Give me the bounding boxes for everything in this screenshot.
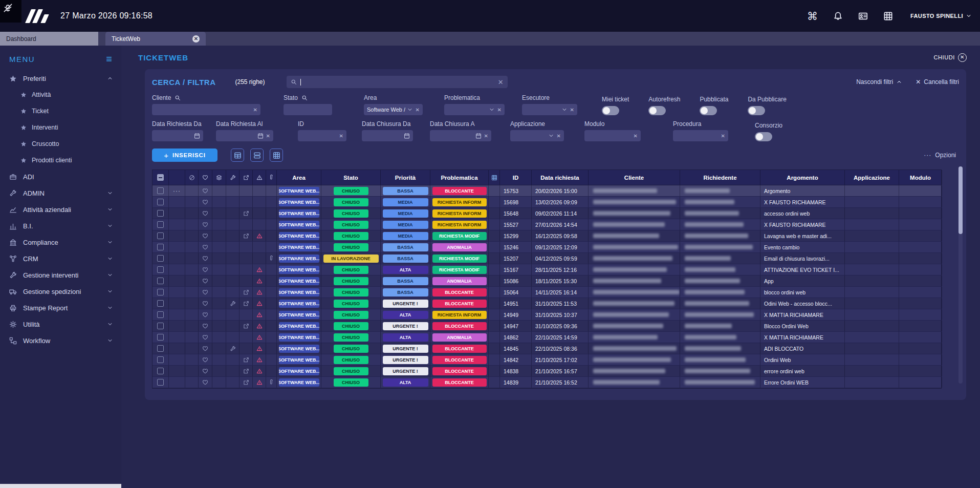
- table-row[interactable]: SOFTWARE WEB...CHIUSOBASSAANOMALIA152460…: [153, 242, 941, 253]
- row-flag-warn[interactable]: [253, 287, 266, 298]
- row-flag-heart[interactable]: [199, 197, 212, 207]
- sidebar-item-interventi[interactable]: Interventi: [0, 119, 121, 136]
- row-flag-heart[interactable]: [199, 230, 212, 241]
- opzioni-button[interactable]: ··· Opzioni: [924, 152, 956, 159]
- filter-input-data-chiusura-a[interactable]: ✕: [430, 130, 491, 141]
- row-actions[interactable]: [169, 377, 185, 388]
- table-scrollbar[interactable]: [959, 166, 963, 384]
- sidebar-item-utilit-[interactable]: Utilità: [0, 316, 121, 332]
- view-cards-button[interactable]: [250, 148, 264, 162]
- clear-field-icon[interactable]: ✕: [721, 133, 725, 139]
- row-flag-warn[interactable]: [253, 343, 266, 354]
- sidebar-item-gestione-interventi[interactable]: Gestione interventi: [0, 267, 121, 283]
- select-all-checkbox[interactable]: [153, 170, 169, 185]
- col-ban-header[interactable]: [185, 170, 199, 185]
- tab-ticketweb[interactable]: TicketWeb ✕: [105, 32, 206, 46]
- row-checkbox[interactable]: [153, 377, 169, 388]
- row-actions[interactable]: ···: [169, 185, 185, 196]
- row-checkbox[interactable]: [153, 242, 169, 252]
- table-row[interactable]: ···SOFTWARE WEB...CHIUSOBASSABLOCCANTE15…: [153, 185, 941, 197]
- row-flag-wrench[interactable]: [226, 298, 239, 309]
- row-flag-wrench[interactable]: [226, 343, 239, 354]
- row-actions[interactable]: [169, 343, 185, 354]
- row-checkbox[interactable]: [153, 287, 169, 298]
- col-layers-header[interactable]: [212, 170, 226, 185]
- row-checkbox[interactable]: [153, 219, 169, 230]
- row-flag-heart[interactable]: [199, 377, 212, 388]
- table-row[interactable]: SOFTWARE WEB...CHIUSOBASSABLOCCANTE15064…: [153, 287, 941, 298]
- row-actions[interactable]: [169, 242, 185, 252]
- row-flag-extlink[interactable]: [239, 298, 253, 309]
- row-flag-warn[interactable]: [253, 298, 266, 309]
- sidebar-item-ticket[interactable]: Ticket: [0, 103, 121, 119]
- row-actions[interactable]: [169, 230, 185, 241]
- calendar-grid-icon[interactable]: [883, 11, 893, 21]
- row-checkbox[interactable]: [153, 185, 169, 196]
- close-page-button[interactable]: CHIUDI ✕: [934, 53, 967, 62]
- row-actions[interactable]: [169, 354, 185, 365]
- tab-close-icon[interactable]: ✕: [192, 35, 200, 43]
- row-flag-clip[interactable]: [266, 377, 277, 388]
- clear-field-icon[interactable]: ✕: [570, 107, 574, 113]
- toggle-switch[interactable]: [755, 132, 772, 141]
- row-actions[interactable]: [169, 332, 185, 343]
- filter-input-area[interactable]: Software Web /✕: [364, 104, 423, 115]
- filter-input-id[interactable]: ✕: [298, 130, 346, 141]
- toggle-switch[interactable]: [648, 106, 666, 115]
- row-flag-heart[interactable]: [199, 242, 212, 252]
- filter-input-stato[interactable]: [284, 104, 332, 115]
- col-extlink-header[interactable]: [239, 170, 253, 185]
- filter-input-procedura[interactable]: ✕: [673, 130, 728, 141]
- table-row[interactable]: SOFTWARE WEB...CHIUSOURGENTE !BLOCCANTE1…: [153, 354, 941, 366]
- table-row[interactable]: SOFTWARE WEB...CHIUSOMEDIARICHIESTA INFO…: [153, 197, 941, 208]
- row-flag-heart[interactable]: [199, 321, 212, 331]
- scrollbar-thumb[interactable]: [959, 166, 963, 234]
- row-flag-heart[interactable]: [199, 264, 212, 275]
- view-table-button[interactable]: [231, 148, 244, 162]
- col-problematica-icon-header[interactable]: [489, 170, 500, 185]
- contact-card-icon[interactable]: [858, 11, 868, 21]
- row-checkbox[interactable]: [153, 230, 169, 241]
- row-flag-warn[interactable]: [253, 275, 266, 286]
- filter-input-cliente[interactable]: ✕: [152, 104, 260, 115]
- clear-field-icon[interactable]: ✕: [557, 133, 561, 139]
- row-menu-icon[interactable]: ···: [173, 187, 181, 195]
- row-flag-extlink[interactable]: [239, 208, 253, 219]
- sidebar-item-compliance[interactable]: Compliance: [0, 234, 121, 250]
- row-flag-clip[interactable]: [266, 253, 277, 264]
- row-checkbox[interactable]: [153, 298, 169, 309]
- clear-field-icon[interactable]: ✕: [253, 107, 257, 113]
- user-menu[interactable]: FAUSTO SPINELLI: [910, 13, 972, 19]
- row-checkbox[interactable]: [153, 321, 169, 331]
- row-flag-extlink[interactable]: [239, 366, 253, 376]
- row-flag-warn[interactable]: [253, 354, 266, 365]
- toggle-switch[interactable]: [602, 106, 619, 115]
- row-actions[interactable]: [169, 197, 185, 207]
- sidebar-item-attivit-aziendali[interactable]: Attività aziendali: [0, 201, 121, 218]
- row-flag-warn[interactable]: [253, 377, 266, 388]
- row-flag-heart[interactable]: [199, 332, 212, 343]
- sidebar-item-attivit-[interactable]: Attività: [0, 87, 121, 103]
- col-clip-header[interactable]: [266, 170, 277, 185]
- row-checkbox[interactable]: [153, 343, 169, 354]
- sidebar-item-workflow[interactable]: Workflow: [0, 332, 121, 349]
- row-flag-heart[interactable]: [199, 275, 212, 286]
- toggle-switch[interactable]: [700, 106, 717, 115]
- clear-field-icon[interactable]: ✕: [339, 133, 343, 139]
- filter-input-esecutore[interactable]: ✕: [522, 104, 577, 115]
- clear-field-icon[interactable]: ✕: [416, 107, 420, 113]
- sidebar-item-stampe-report[interactable]: Stampe Report: [0, 300, 121, 316]
- row-checkbox[interactable]: [153, 208, 169, 219]
- sidebar-item-gestione-spedizioni[interactable]: Gestione spedizioni: [0, 283, 121, 300]
- row-flag-heart[interactable]: [199, 366, 212, 376]
- row-flag-extlink[interactable]: [239, 287, 253, 298]
- table-row[interactable]: SOFTWARE WEB...CHIUSOMEDIARICHIESTA MODI…: [153, 230, 941, 242]
- col-wrench-header[interactable]: [226, 170, 239, 185]
- table-row[interactable]: SOFTWARE WEB...CHIUSOALTAANOMALIA1486222…: [153, 332, 941, 343]
- global-search-input[interactable]: ✕: [287, 76, 508, 88]
- sidebar-item-cruscotto[interactable]: Cruscotto: [0, 136, 121, 152]
- sidebar-scrollbar[interactable]: [0, 484, 121, 488]
- row-checkbox[interactable]: [153, 354, 169, 365]
- view-grid-button[interactable]: [270, 148, 283, 162]
- row-flag-warn[interactable]: [253, 230, 266, 241]
